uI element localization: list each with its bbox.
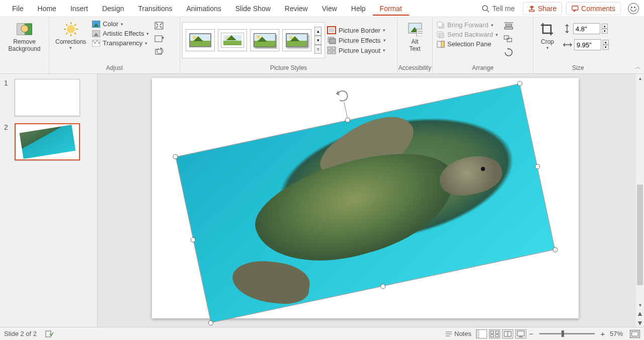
slide-thumbnail-1[interactable] bbox=[15, 79, 80, 116]
zoom-in-button[interactable]: + bbox=[599, 330, 607, 338]
menu-home[interactable]: Home bbox=[31, 2, 63, 16]
send-backward-button[interactable]: Send Backward ▾ bbox=[437, 31, 498, 38]
picture-style-1[interactable] bbox=[186, 29, 215, 51]
svg-point-0 bbox=[482, 6, 488, 11]
vertical-scrollbar[interactable]: ▴ ▾ ⯅ ⯆ bbox=[636, 74, 644, 327]
chevron-down-icon: ▾ bbox=[146, 31, 149, 36]
crop-button[interactable]: Crop ▾ bbox=[535, 19, 559, 52]
spell-check-button[interactable] bbox=[42, 330, 57, 337]
chevron-down-icon: ▾ bbox=[383, 38, 386, 43]
width-spin-down[interactable]: ▾ bbox=[603, 45, 609, 50]
slide-number-2: 2 bbox=[4, 123, 10, 160]
reading-view-button[interactable] bbox=[502, 329, 513, 338]
thumbnail-image-icon bbox=[19, 125, 75, 159]
next-slide-button[interactable]: ⯆ bbox=[636, 319, 644, 327]
scroll-down-button[interactable]: ▾ bbox=[636, 301, 644, 309]
menu-format[interactable]: Format bbox=[373, 2, 409, 16]
zoom-value[interactable]: 57% bbox=[607, 330, 626, 337]
tell-me-search[interactable]: Tell me bbox=[475, 5, 521, 13]
gallery-scroll-down[interactable]: ▾ bbox=[314, 36, 321, 45]
menu-review[interactable]: Review bbox=[278, 2, 315, 16]
rotate-button[interactable] bbox=[503, 47, 514, 57]
picture-style-4[interactable] bbox=[282, 29, 311, 51]
svg-rect-29 bbox=[329, 28, 334, 32]
svg-rect-24 bbox=[98, 42, 100, 44]
width-input[interactable] bbox=[574, 39, 601, 50]
transparency-button[interactable]: Transparency ▾ bbox=[92, 39, 149, 47]
color-button[interactable]: Color ▾ bbox=[92, 20, 149, 28]
color-icon bbox=[92, 21, 100, 28]
comment-icon bbox=[572, 5, 579, 12]
bring-forward-label: Bring Forward bbox=[447, 21, 489, 29]
slide-sorter-view-button[interactable] bbox=[489, 329, 500, 338]
menu-slideshow[interactable]: Slide Show bbox=[228, 2, 278, 16]
selection-pane-button[interactable]: Selection Pane bbox=[437, 40, 498, 48]
svg-rect-60 bbox=[491, 334, 494, 337]
gallery-more[interactable]: ▿ bbox=[314, 45, 321, 54]
menu-file[interactable]: File bbox=[5, 2, 31, 16]
menu-insert[interactable]: Insert bbox=[63, 2, 95, 16]
scroll-up-button[interactable]: ▴ bbox=[636, 74, 644, 82]
svg-rect-23 bbox=[94, 42, 96, 44]
bring-forward-button[interactable]: Bring Forward ▾ bbox=[437, 21, 498, 29]
remove-background-button[interactable]: Remove Background bbox=[4, 19, 44, 54]
reset-picture-button[interactable] bbox=[154, 47, 164, 57]
chevron-down-icon: ▾ bbox=[546, 45, 549, 50]
width-spin-up[interactable]: ▴ bbox=[603, 40, 609, 45]
corrections-icon bbox=[63, 21, 79, 37]
picture-border-button[interactable]: Picture Border ▾ bbox=[327, 26, 386, 34]
slide-canvas-area[interactable]: ▴ ▾ ⯅ ⯆ bbox=[98, 74, 644, 327]
menu-view[interactable]: View bbox=[315, 2, 344, 16]
share-label: Share bbox=[538, 5, 556, 13]
prev-slide-button[interactable]: ⯅ bbox=[636, 310, 644, 318]
compress-pictures-button[interactable] bbox=[154, 21, 164, 31]
scrollbar-thumb[interactable] bbox=[637, 185, 643, 285]
svg-rect-3 bbox=[572, 6, 578, 10]
svg-line-12 bbox=[66, 24, 67, 26]
zoom-slider[interactable] bbox=[539, 333, 595, 334]
picture-effects-button[interactable]: Picture Effects ▾ bbox=[327, 36, 386, 44]
picture-effects-icon bbox=[327, 36, 336, 44]
workspace: 1 2 bbox=[0, 74, 644, 327]
alt-text-button[interactable]: Alt Text bbox=[403, 19, 427, 54]
normal-view-button[interactable] bbox=[476, 329, 487, 338]
send-backward-icon bbox=[437, 31, 445, 38]
height-spin-up[interactable]: ▴ bbox=[602, 24, 608, 29]
slide-thumbnail-panel: 1 2 bbox=[0, 74, 98, 327]
svg-rect-34 bbox=[328, 51, 331, 54]
menu-design[interactable]: Design bbox=[95, 2, 131, 16]
align-button[interactable] bbox=[503, 21, 514, 31]
comments-button[interactable]: Comments bbox=[566, 2, 621, 15]
notes-button[interactable]: Notes bbox=[442, 330, 475, 337]
picture-style-2[interactable] bbox=[218, 29, 247, 51]
feedback-smile-icon[interactable] bbox=[628, 3, 639, 14]
picture-styles-gallery: ▴ ▾ ▿ bbox=[182, 22, 325, 58]
picture-style-3[interactable] bbox=[250, 29, 279, 51]
zoom-out-button[interactable]: − bbox=[527, 330, 535, 338]
svg-rect-26 bbox=[155, 36, 162, 42]
menu-animations[interactable]: Animations bbox=[179, 2, 228, 16]
change-picture-button[interactable] bbox=[154, 34, 164, 44]
gallery-scroll-up[interactable]: ▴ bbox=[314, 27, 321, 36]
height-input[interactable] bbox=[573, 23, 600, 34]
artistic-effects-button[interactable]: Artistic Effects ▾ bbox=[92, 30, 149, 37]
slide-thumbnail-2[interactable] bbox=[15, 123, 80, 160]
collapse-ribbon-button[interactable]: ︿ bbox=[635, 63, 641, 71]
height-spin-down[interactable]: ▾ bbox=[602, 29, 608, 34]
group-button[interactable] bbox=[503, 34, 514, 44]
zoom-slider-thumb[interactable] bbox=[561, 330, 564, 337]
corrections-button[interactable]: Corrections ▾ bbox=[51, 19, 90, 52]
alt-text-icon bbox=[407, 21, 423, 37]
transparency-label: Transparency bbox=[103, 39, 142, 47]
svg-rect-44 bbox=[439, 33, 444, 38]
width-icon bbox=[562, 40, 573, 49]
share-button[interactable]: Share bbox=[523, 2, 562, 15]
svg-point-6 bbox=[21, 25, 28, 32]
menu-transitions[interactable]: Transitions bbox=[131, 2, 180, 16]
picture-layout-button[interactable]: Picture Layout ▾ bbox=[327, 46, 386, 54]
slideshow-view-button[interactable] bbox=[515, 329, 526, 338]
fit-to-window-button[interactable] bbox=[630, 330, 640, 338]
menu-help[interactable]: Help bbox=[344, 2, 373, 16]
size-group-label: Size bbox=[533, 63, 623, 73]
crop-label: Crop bbox=[541, 38, 554, 45]
